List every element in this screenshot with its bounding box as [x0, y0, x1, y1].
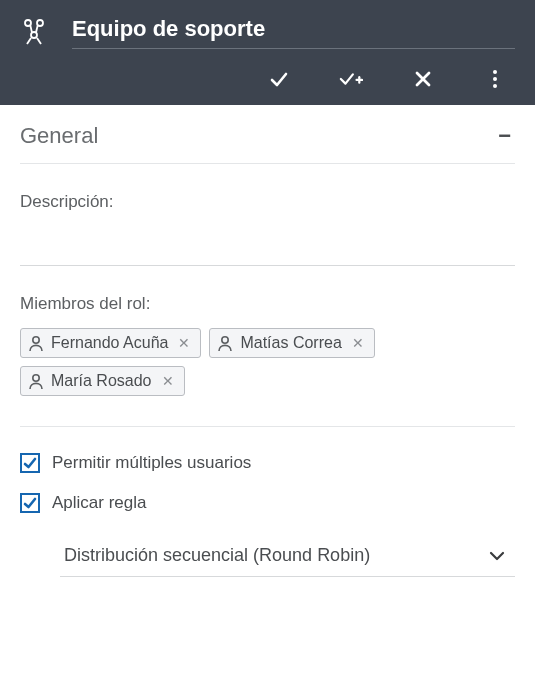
checkbox-multiple-users[interactable]: Permitir múltiples usuarios [20, 453, 515, 473]
content-area: General − Descripción: Miembros del rol:… [0, 105, 535, 577]
member-name: Matías Correa [240, 334, 341, 352]
title-row: Equipo de soporte [0, 0, 535, 57]
confirm-button[interactable] [267, 67, 291, 91]
member-chip[interactable]: Matías Correa ✕ [209, 328, 374, 358]
rule-select[interactable]: Distribución secuencial (Round Robin) [60, 537, 515, 577]
svg-point-2 [31, 32, 37, 38]
confirm-add-button[interactable] [339, 67, 363, 91]
section-header-general[interactable]: General − [20, 105, 515, 164]
collapse-icon[interactable]: − [494, 125, 515, 147]
svg-line-4 [36, 25, 38, 33]
rule-select-value: Distribución secuencial (Round Robin) [64, 545, 370, 566]
member-chip[interactable]: María Rosado ✕ [20, 366, 185, 396]
svg-point-11 [493, 84, 497, 88]
member-chip[interactable]: Fernando Acuña ✕ [20, 328, 201, 358]
remove-member-icon[interactable]: ✕ [160, 373, 176, 389]
svg-point-9 [493, 70, 497, 74]
more-options-button[interactable] [483, 67, 507, 91]
checkbox-label: Aplicar regla [52, 493, 147, 513]
checkbox-label: Permitir múltiples usuarios [52, 453, 251, 473]
checkbox-icon [20, 493, 40, 513]
svg-point-14 [33, 375, 39, 381]
chevron-down-icon [489, 551, 505, 561]
members-field: Miembros del rol: Fernando Acuña ✕ Matía… [20, 294, 515, 427]
description-label: Descripción: [20, 192, 515, 212]
checkbox-apply-rule[interactable]: Aplicar regla [20, 493, 515, 513]
svg-point-13 [222, 337, 228, 343]
members-chip-list[interactable]: Fernando Acuña ✕ Matías Correa ✕ M [20, 328, 515, 427]
action-toolbar [0, 57, 535, 105]
page-title[interactable]: Equipo de soporte [72, 16, 515, 49]
person-icon [27, 372, 45, 390]
remove-member-icon[interactable]: ✕ [176, 335, 192, 351]
svg-point-12 [33, 337, 39, 343]
person-icon [216, 334, 234, 352]
section-title: General [20, 123, 98, 149]
member-name: María Rosado [51, 372, 152, 390]
checkbox-icon [20, 453, 40, 473]
panel-header: Equipo de soporte [0, 0, 535, 105]
person-icon [27, 334, 45, 352]
svg-line-3 [30, 25, 32, 33]
remove-member-icon[interactable]: ✕ [350, 335, 366, 351]
members-label: Miembros del rol: [20, 294, 515, 314]
description-field: Descripción: [20, 192, 515, 266]
team-icon [20, 17, 52, 49]
svg-point-10 [493, 77, 497, 81]
description-input[interactable] [20, 222, 515, 266]
cancel-button[interactable] [411, 67, 435, 91]
member-name: Fernando Acuña [51, 334, 168, 352]
